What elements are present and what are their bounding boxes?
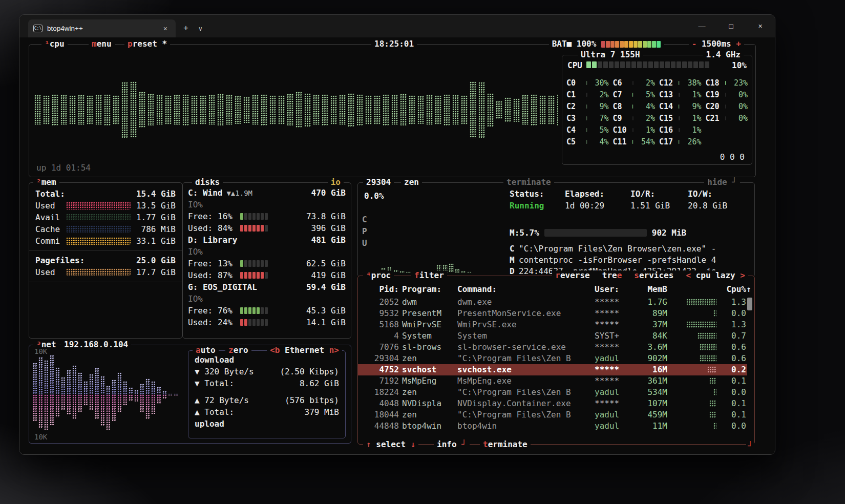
process-row[interactable]: 9532PresentMPresentMonService.exe*****89… — [358, 308, 747, 319]
graph-column — [140, 384, 144, 394]
core-label: C17 — [659, 137, 677, 146]
select-label: select — [376, 439, 406, 449]
graph-column — [106, 394, 111, 431]
mem-divider — [29, 250, 182, 251]
resize-corner-icon: ┘ — [746, 441, 754, 451]
core-stat: C1238% — [659, 77, 702, 89]
process-row[interactable]: 4048NVDisplaNVDisplay.Container.exe*****… — [358, 398, 747, 409]
minimize-button[interactable]: — — [687, 15, 716, 37]
core-meter — [679, 104, 680, 109]
mem-box-title[interactable]: ²mem — [33, 177, 59, 187]
process-row[interactable]: 4SystemSystemSYST+84K0.7 — [358, 330, 747, 342]
graph-column — [78, 372, 82, 394]
meter-segment — [682, 61, 687, 68]
core-percent: 5% — [589, 125, 609, 135]
auto-label: uto — [201, 345, 216, 355]
arrow-down-icon[interactable]: ↓ — [411, 439, 416, 449]
new-tab-button[interactable]: + — [176, 23, 195, 37]
process-command: PresentMonService.exe — [457, 308, 592, 319]
battery-segment — [652, 41, 656, 48]
sort-next-button[interactable]: > — [740, 270, 745, 280]
net-interface-switcher[interactable]: <b Ethernet n> — [267, 345, 342, 355]
proc-box-title[interactable]: ⁴proc — [363, 270, 394, 281]
process-row[interactable]: 5168WmiPrvSEWmiPrvSE.exe*****37M1.3 — [358, 319, 747, 330]
pid-header[interactable]: Pid: — [362, 284, 399, 294]
info-button[interactable]: info ┘ — [434, 439, 470, 450]
graph-column — [60, 95, 68, 125]
graph-column — [55, 394, 60, 417]
disks-io-toggle[interactable]: io — [328, 177, 344, 187]
cpu-box-title[interactable]: ¹cpu — [41, 39, 68, 49]
process-row[interactable]: 44848btop4winbtop4winyadul11M0.0 — [358, 421, 747, 432]
graph-column — [72, 394, 77, 419]
graph-column — [548, 95, 555, 124]
graph-column — [140, 394, 144, 412]
titlebar[interactable]: C:\ btop4win++ × + ∨ — □ × — [19, 15, 775, 37]
process-pid: 7076 — [362, 342, 399, 353]
rate-increase-button[interactable]: + — [736, 39, 741, 49]
sort-direction-icon[interactable]: ↑ — [746, 284, 751, 294]
core-percent: 54% — [636, 137, 655, 146]
process-cpu: 1.3 — [720, 319, 746, 330]
process-user: SYST+ — [595, 330, 630, 342]
battery-segment — [643, 41, 647, 48]
user-header[interactable]: User: — [595, 284, 630, 294]
detail-hide-button[interactable]: hide ┘ — [704, 177, 740, 187]
sort-prev-button[interactable]: < — [686, 270, 691, 280]
cpu-header[interactable]: Cpu% — [720, 284, 746, 294]
net-zero-toggle[interactable]: zero — [225, 345, 251, 355]
meter-segment — [660, 61, 664, 68]
iface-next-button[interactable]: n> — [329, 345, 339, 355]
graph-column — [391, 95, 398, 125]
process-row[interactable]: 18224zen"C:\Program Files\Zen Byadul534M… — [358, 387, 747, 398]
core-stat: C161% — [659, 124, 702, 136]
memory-header[interactable]: MemB — [633, 284, 667, 294]
terminate-button[interactable]: terminate — [480, 439, 531, 450]
program-header[interactable]: Program: — [402, 284, 454, 294]
tree-button[interactable]: tree — [602, 270, 622, 281]
iface-prev-button[interactable]: <b — [270, 345, 280, 355]
graph-column — [38, 394, 43, 428]
graph-column — [313, 95, 320, 125]
graph-column — [72, 365, 77, 394]
maximize-button[interactable]: □ — [716, 15, 746, 37]
menu-button[interactable]: menu — [89, 39, 115, 49]
select-keys-hint[interactable]: ↑ select ↓ — [363, 439, 418, 450]
graph-column — [95, 95, 102, 125]
process-row[interactable]: 4752svchostsvchost.exe*****16M0.2 — [358, 364, 747, 375]
process-row[interactable]: 2052dwmdwm.exe*****1.7G1.3 — [358, 297, 747, 308]
process-row[interactable]: 7076sl-browssl-browser-service.exe*****3… — [358, 342, 747, 353]
tab-dropdown-icon[interactable]: ∨ — [195, 25, 209, 37]
process-row[interactable]: 18044zen"C:\Program Files\Zen Byadul459M… — [358, 409, 747, 421]
arrow-up-icon[interactable]: ↑ — [366, 439, 371, 449]
meter-segment — [257, 213, 260, 220]
rate-decrease-button[interactable]: - — [692, 39, 697, 49]
disks-box-title[interactable]: disks — [192, 177, 223, 187]
terminal-tab[interactable]: C:\ btop4win++ × — [28, 19, 176, 37]
sort-mode-switcher[interactable]: < cpu lazy > — [686, 270, 745, 281]
process-row[interactable]: 29304zen"C:\Program Files\Zen Byadul902M… — [358, 353, 747, 364]
services-button[interactable]: services — [634, 270, 673, 281]
filter-button[interactable]: filter — [411, 270, 447, 281]
preset-button[interactable]: preset * — [124, 39, 170, 49]
process-row[interactable]: 7192MsMpEngMsMpEng.exe*****361M0.1 — [358, 375, 747, 387]
tab-close-icon[interactable]: × — [160, 25, 171, 33]
meter-segment — [252, 225, 256, 232]
graph-column — [435, 95, 442, 125]
meter-segment — [248, 260, 251, 267]
core-meter — [586, 116, 587, 120]
core-meter — [679, 81, 680, 85]
core-column: C62%C75%C84%C92%C101%C1154% — [613, 77, 656, 148]
core-stat: C101% — [613, 124, 656, 136]
command-header[interactable]: Command: — [457, 284, 592, 294]
detail-terminate-button[interactable]: terminate — [503, 177, 554, 187]
reverse-button[interactable]: reverse — [555, 270, 589, 281]
proc-scrollbar[interactable] — [747, 298, 752, 310]
close-button[interactable]: × — [746, 15, 775, 37]
graph-column — [33, 363, 37, 394]
upload-section-label: upload — [195, 418, 339, 430]
net-auto-toggle[interactable]: auto — [193, 345, 219, 355]
mem-usage-bar — [66, 214, 131, 221]
graph-column — [78, 394, 82, 412]
upload-speed-row: ▲ 72 Byte/s (576 bitps) — [195, 394, 339, 406]
